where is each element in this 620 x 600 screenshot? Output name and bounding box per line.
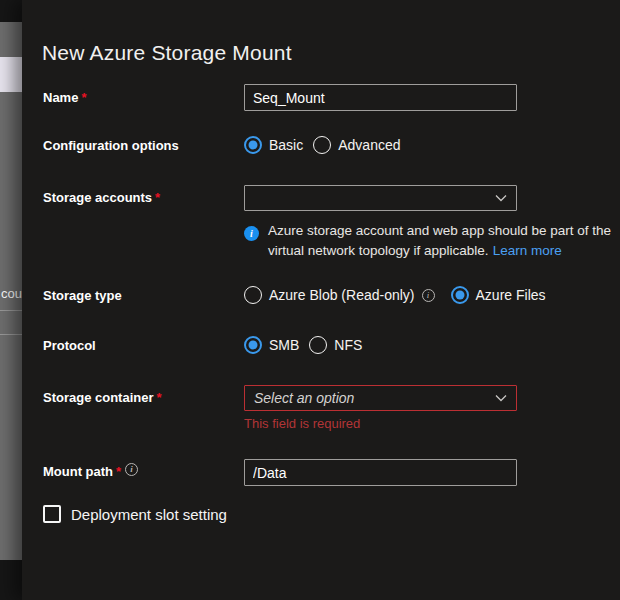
radio-azure-blob[interactable]: Azure Blob (Read-only) i: [244, 286, 435, 304]
background-divider: [0, 310, 22, 311]
mount-path-input[interactable]: [244, 459, 517, 486]
storage-container-label: Storage container*: [43, 390, 243, 405]
storage-container-placeholder: Select an option: [254, 390, 354, 406]
required-asterisk: *: [116, 464, 121, 479]
name-label: Name*: [43, 90, 243, 105]
info-banner-text: Azure storage account and web app should…: [268, 221, 611, 261]
radio-icon: [309, 336, 327, 354]
info-filled-icon: i: [244, 226, 259, 241]
chevron-down-icon: [495, 194, 507, 202]
info-banner: i Azure storage account and web app shou…: [22, 221, 620, 261]
learn-more-link[interactable]: Learn more: [493, 243, 562, 258]
radio-basic[interactable]: Basic: [244, 136, 303, 154]
radio-icon: [451, 286, 469, 304]
background-selected-row: [0, 57, 22, 92]
required-asterisk: *: [157, 390, 162, 405]
radio-icon: [244, 336, 262, 354]
required-asterisk: *: [81, 90, 86, 105]
radio-nfs[interactable]: NFS: [309, 336, 362, 354]
page-title: New Azure Storage Mount: [42, 41, 292, 65]
radio-icon: [244, 136, 262, 154]
storage-accounts-dropdown[interactable]: [244, 185, 517, 211]
info-outline-icon: i: [422, 289, 435, 302]
protocol-label: Protocol: [43, 338, 243, 353]
checkbox-icon[interactable]: [43, 505, 61, 523]
name-input[interactable]: [244, 84, 517, 111]
storage-container-dropdown[interactable]: Select an option: [244, 385, 517, 411]
radio-azure-files[interactable]: Azure Files: [451, 286, 546, 304]
new-azure-storage-mount-panel: New Azure Storage Mount Name* Configurat…: [22, 0, 620, 600]
validation-error-text: This field is required: [244, 416, 360, 431]
storage-accounts-label: Storage accounts*: [43, 190, 243, 205]
chevron-down-icon: [495, 394, 507, 402]
background-divider: [0, 334, 22, 335]
configuration-options-label: Configuration options: [43, 138, 243, 153]
deployment-slot-label: Deployment slot setting: [71, 506, 227, 523]
radio-smb[interactable]: SMB: [244, 336, 299, 354]
mount-path-label: Mount path*i: [43, 464, 243, 480]
storage-type-label: Storage type: [43, 288, 243, 303]
info-outline-icon: i: [125, 463, 138, 476]
required-asterisk: *: [155, 190, 160, 205]
deployment-slot-checkbox-row[interactable]: Deployment slot setting: [43, 505, 227, 523]
background-page-strip: cou: [0, 0, 22, 600]
radio-icon: [244, 286, 262, 304]
radio-advanced[interactable]: Advanced: [313, 136, 400, 154]
radio-icon: [313, 136, 331, 154]
